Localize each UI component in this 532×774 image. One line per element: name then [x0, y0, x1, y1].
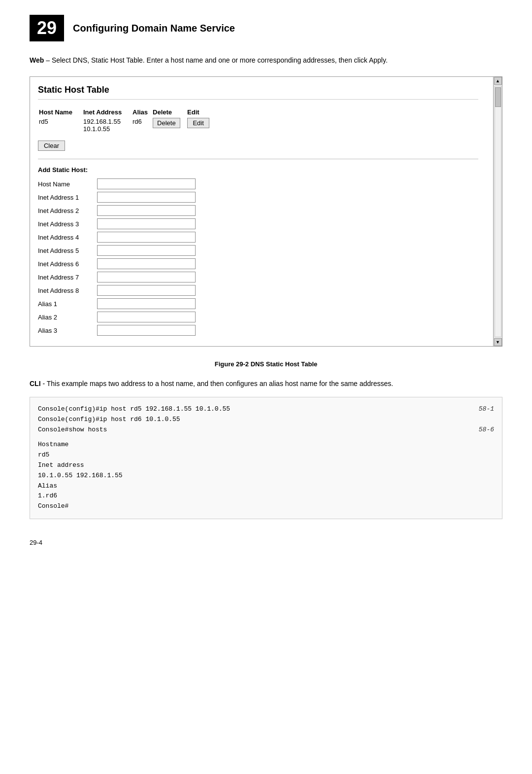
- scrollbar[interactable]: ▲ ▼: [493, 77, 502, 346]
- code-text-7: Inet address: [38, 460, 84, 471]
- input-inet4[interactable]: [97, 232, 196, 243]
- label-inet2: Inet Address 2: [38, 207, 97, 214]
- field-row-inet2: Inet Address 2: [38, 205, 478, 216]
- field-row-inet5: Inet Address 5: [38, 245, 478, 256]
- input-alias2[interactable]: [97, 312, 196, 322]
- label-inet3: Inet Address 3: [38, 220, 97, 228]
- code-text-5: Hostname: [38, 440, 68, 450]
- cli-intro: CLI - This example maps two address to a…: [30, 379, 502, 389]
- label-inet8: Inet Address 8: [38, 287, 97, 294]
- clear-button[interactable]: Clear: [38, 141, 65, 151]
- field-row-inet4: Inet Address 4: [38, 232, 478, 243]
- code-line-5: Hostname: [38, 440, 494, 450]
- code-ref-1: 58-1: [469, 404, 494, 415]
- code-line-9: Alias: [38, 481, 494, 492]
- col-header-alias: Alias: [132, 107, 152, 117]
- panel-inner: Static Host Table Host Name Inet Address…: [30, 77, 493, 346]
- code-line-7: Inet address: [38, 460, 494, 471]
- code-line-1: Console(config)#ip host rd5 192.168.1.55…: [38, 404, 494, 415]
- cell-edit: Edit: [186, 117, 213, 134]
- code-block: Console(config)#ip host rd5 192.168.1.55…: [30, 397, 502, 519]
- chapter-number: 29: [30, 15, 64, 41]
- code-text-8: 10.1.0.55 192.168.1.55: [38, 471, 123, 481]
- code-line-3: Console#show hosts 58-6: [38, 425, 494, 435]
- label-alias2: Alias 2: [38, 314, 97, 321]
- col-header-delete: Delete: [152, 107, 186, 117]
- scroll-up-arrow[interactable]: ▲: [494, 77, 502, 85]
- input-inet2[interactable]: [97, 205, 196, 216]
- label-inet1: Inet Address 1: [38, 194, 97, 201]
- static-host-table-panel: ▲ ▼ Static Host Table Host Name Inet Add…: [30, 76, 502, 347]
- scrollbar-track[interactable]: [495, 86, 501, 337]
- code-text-3: Console#show hosts: [38, 425, 107, 435]
- field-row-alias1: Alias 1: [38, 298, 478, 309]
- code-line-8: 10.1.0.55 192.168.1.55: [38, 471, 494, 481]
- label-inet7: Inet Address 7: [38, 274, 97, 281]
- code-line-2: Console(config)#ip host rd6 10.1.0.55: [38, 415, 494, 425]
- input-inet8[interactable]: [97, 285, 196, 296]
- intro-text: Web – Select DNS, Static Host Table. Ent…: [30, 55, 502, 66]
- field-row-inet3: Inet Address 3: [38, 218, 478, 229]
- cli-bold: CLI: [30, 380, 41, 387]
- input-inet7[interactable]: [97, 272, 196, 282]
- cell-inet: 192.168.1.55 10.1.0.55: [82, 117, 132, 134]
- code-line-10: 1.rd6: [38, 491, 494, 501]
- cli-text: - This example maps two address to a hos…: [41, 380, 394, 387]
- label-inet5: Inet Address 5: [38, 247, 97, 254]
- label-alias3: Alias 3: [38, 327, 97, 334]
- panel-title: Static Host Table: [38, 85, 478, 100]
- input-inet3[interactable]: [97, 218, 196, 229]
- input-inet1[interactable]: [97, 192, 196, 203]
- code-text-9: Alias: [38, 481, 57, 492]
- field-row-inet7: Inet Address 7: [38, 272, 478, 282]
- code-line-11: Console#: [38, 501, 494, 512]
- col-header-inet: Inet Address: [82, 107, 132, 117]
- code-ref-2: [469, 415, 494, 425]
- table-row: rd5 192.168.1.55 10.1.0.55 rd6 Delete Ed…: [38, 117, 213, 134]
- label-inet4: Inet Address 4: [38, 234, 97, 241]
- label-hostname: Host Name: [38, 180, 97, 188]
- code-text-6: rd5: [38, 450, 49, 460]
- code-ref-3: 58-6: [469, 425, 494, 435]
- chapter-title: Configuring Domain Name Service: [73, 23, 235, 34]
- field-row-inet1: Inet Address 1: [38, 192, 478, 203]
- col-header-hostname: Host Name: [38, 107, 82, 117]
- code-text-2: Console(config)#ip host rd6 10.1.0.55: [38, 415, 180, 425]
- label-alias1: Alias 1: [38, 300, 97, 308]
- field-row-inet8: Inet Address 8: [38, 285, 478, 296]
- scroll-down-arrow[interactable]: ▼: [494, 338, 502, 346]
- field-row-alias3: Alias 3: [38, 325, 478, 336]
- col-header-edit: Edit: [186, 107, 213, 117]
- host-table: Host Name Inet Address Alias Delete Edit…: [38, 107, 213, 134]
- scrollbar-thumb[interactable]: [495, 87, 501, 107]
- label-inet6: Inet Address 6: [38, 260, 97, 268]
- cell-alias: rd6: [132, 117, 152, 134]
- inet-line1: 192.168.1.55: [83, 118, 121, 125]
- code-text-11: Console#: [38, 501, 68, 512]
- code-line-6: rd5: [38, 450, 494, 460]
- add-host-form: Host Name Inet Address 1 Inet Address 2 …: [38, 178, 478, 336]
- code-blank: [38, 435, 494, 440]
- add-static-host-label: Add Static Host:: [38, 166, 478, 174]
- input-inet5[interactable]: [97, 245, 196, 256]
- intro-bold: Web: [30, 56, 44, 64]
- input-hostname[interactable]: [97, 178, 196, 189]
- inet-line2: 10.1.0.55: [83, 125, 110, 133]
- input-alias3[interactable]: [97, 325, 196, 336]
- delete-button[interactable]: Delete: [153, 118, 180, 128]
- divider: [38, 159, 478, 159]
- figure-caption: Figure 29-2 DNS Static Host Table: [30, 360, 502, 368]
- page-number: 29-4: [30, 539, 502, 546]
- chapter-header: 29 Configuring Domain Name Service: [30, 15, 502, 41]
- clear-button-container: Clear: [38, 141, 478, 151]
- code-text-10: 1.rd6: [38, 491, 57, 501]
- intro-rest: – Select DNS, Static Host Table. Enter a…: [44, 56, 388, 64]
- field-row-hostname: Host Name: [38, 178, 478, 189]
- cell-hostname: rd5: [38, 117, 82, 134]
- input-inet6[interactable]: [97, 258, 196, 269]
- code-text-1: Console(config)#ip host rd5 192.168.1.55…: [38, 404, 230, 415]
- edit-button[interactable]: Edit: [187, 118, 209, 128]
- input-alias1[interactable]: [97, 298, 196, 309]
- cell-delete: Delete: [152, 117, 186, 134]
- field-row-alias2: Alias 2: [38, 312, 478, 322]
